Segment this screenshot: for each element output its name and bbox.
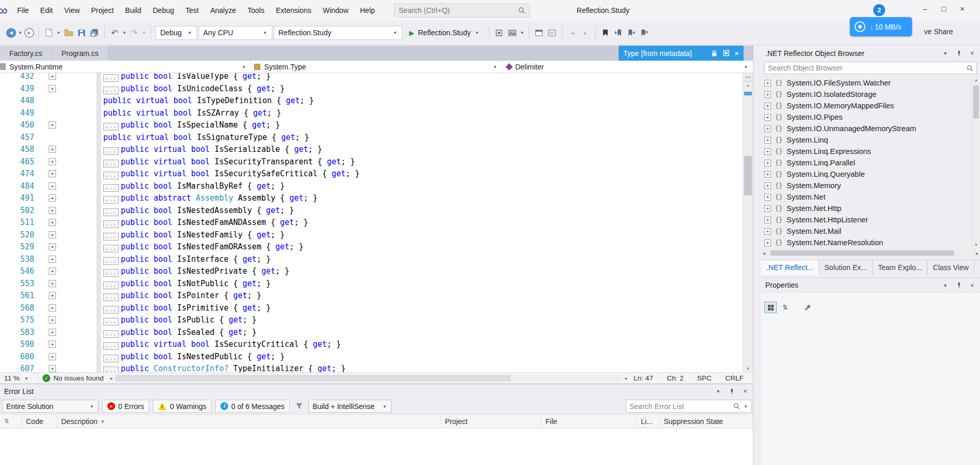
categorized-view-button[interactable] (764, 302, 777, 313)
fold-margin[interactable]: + (34, 241, 71, 253)
vertical-splitter[interactable] (753, 45, 761, 465)
scroll-up-icon[interactable]: ▴ (972, 76, 980, 83)
fold-margin[interactable]: + (34, 265, 71, 278)
fold-expand-icon[interactable]: + (49, 121, 56, 129)
collapsed-comment-box[interactable]: ... (103, 147, 119, 155)
expand-icon[interactable]: + (764, 160, 771, 166)
line-indicator[interactable]: Ln: 47 (634, 374, 653, 382)
tree-horizontal-scrollbar[interactable]: ◂ ▸ (761, 249, 980, 257)
indentation-indicator[interactable]: SPC (697, 374, 712, 382)
tree-item-system-net-mail[interactable]: +{}System.Net.Mail (761, 226, 980, 237)
code-text[interactable]: ...public bool IsNestedPrivate { get; } (103, 265, 289, 278)
object-browser-title-bar[interactable]: .NET Reflector Object Browser ▾ × (761, 45, 980, 61)
tree-item-system-net-nameresolution[interactable]: +{}System.Net.NameResolution (761, 237, 980, 248)
warnings-filter-button[interactable]: ! 0 Warnings (153, 400, 212, 413)
tree-item-system-io-pipes[interactable]: +{}System.IO.Pipes (761, 111, 980, 123)
error-list-body[interactable] (0, 428, 753, 465)
solution-platform-dropdown[interactable]: Any CPU ▾ (199, 26, 272, 40)
fold-margin[interactable]: + (34, 217, 71, 229)
fold-margin[interactable]: + (34, 290, 71, 302)
fold-margin[interactable]: + (34, 73, 71, 83)
tree-item-system-linq-queryable[interactable]: +{}System.Linq.Queryable (761, 168, 980, 180)
tree-item-system-net-httplistener[interactable]: +{}System.Net.HttpListener (761, 214, 980, 226)
attach-to-process-icon[interactable] (494, 27, 505, 38)
close-panel-icon[interactable]: × (969, 49, 976, 57)
collapsed-comment-box[interactable]: ... (103, 367, 119, 372)
editor-vertical-scrollbar[interactable]: ▴ ▾ (743, 73, 753, 372)
collapsed-comment-box[interactable]: ... (103, 74, 119, 82)
previous-bookmark-icon[interactable] (613, 27, 624, 38)
tree-item-system-io-isolatedstorage[interactable]: +{}System.IO.IsolatedStorage (761, 89, 980, 100)
scroll-down-icon[interactable]: ▾ (743, 365, 753, 372)
expand-icon[interactable]: + (764, 217, 771, 223)
pin-icon[interactable] (955, 282, 962, 288)
tree-vertical-scrollbar[interactable]: ▴ ▾ (972, 76, 980, 248)
fold-expand-icon[interactable]: + (49, 85, 56, 92)
column-header-file[interactable]: File (541, 415, 637, 428)
minimize-button[interactable]: – (916, 0, 934, 17)
live-share-button[interactable]: ve Share (924, 27, 953, 36)
code-text[interactable]: ...public bool IsUnicodeClass { get; } (103, 83, 285, 95)
fold-margin[interactable]: + (34, 278, 71, 290)
tree-item-system-io-filesystem-watcher[interactable]: +{}System.IO.FileSystem.Watcher (761, 77, 980, 89)
open-file-icon[interactable] (63, 27, 74, 38)
screenshot-caret-icon[interactable]: ▾ (520, 30, 525, 35)
undo-caret-icon[interactable]: ▾ (122, 30, 127, 35)
menu-edit[interactable]: Edit (35, 0, 59, 21)
expand-icon[interactable]: + (764, 148, 771, 155)
error-list-title-bar[interactable]: Error List ▾ × (0, 384, 753, 398)
window-position-icon[interactable]: ▾ (942, 50, 949, 56)
column-header-code[interactable]: Code (22, 415, 57, 428)
fold-margin[interactable]: + (34, 314, 71, 327)
alphabetical-view-button[interactable]: ⇅ (779, 302, 791, 313)
collapsed-comment-box[interactable]: ... (103, 87, 119, 94)
expand-icon[interactable]: + (764, 80, 771, 87)
fold-expand-icon[interactable]: + (49, 158, 56, 165)
scroll-up-icon[interactable]: ▴ (743, 81, 753, 89)
fold-expand-icon[interactable]: + (49, 353, 56, 360)
column-header-suppression-state[interactable]: Suppression State (660, 415, 753, 428)
bookmark-icon[interactable] (600, 27, 611, 38)
code-text[interactable]: ...public bool IsSpecialName { get; } (103, 119, 280, 132)
fold-margin[interactable]: + (34, 119, 71, 132)
collapsed-comment-box[interactable]: ... (103, 220, 119, 228)
fold-margin[interactable]: + (34, 205, 71, 217)
property-pages-button[interactable] (801, 302, 813, 313)
fold-expand-icon[interactable]: + (49, 365, 56, 372)
close-button[interactable]: × (953, 0, 972, 17)
panel-tab-team-explo[interactable]: Team Explo... (873, 260, 928, 275)
collapsed-comment-box[interactable]: ... (103, 245, 119, 252)
code-text[interactable]: ...public bool IsNestedFamORAssem { get;… (103, 241, 303, 253)
code-text[interactable]: ...public abstract Assembly Assembly { g… (103, 192, 317, 205)
code-text[interactable]: ...public bool IsValueType { get; } (103, 73, 271, 83)
fold-expand-icon[interactable]: + (49, 207, 56, 214)
scrollbar-splitter-grip[interactable] (743, 73, 753, 81)
window-position-icon[interactable]: ▾ (942, 283, 949, 288)
collapsed-comment-box[interactable]: ... (103, 123, 119, 131)
tree-item-system-net-http[interactable]: +{}System.Net.Http (761, 203, 980, 214)
code-text[interactable]: ...public bool IsPointer { get; } (103, 290, 261, 302)
errors-filter-button[interactable]: × 0 Errors (102, 400, 149, 413)
severity-column-header[interactable]: ⇅ (0, 415, 22, 428)
error-list-search-box[interactable]: Search Error List ▾ (626, 400, 752, 413)
collapsed-comment-box[interactable]: ... (103, 355, 119, 362)
fold-expand-icon[interactable]: + (49, 182, 56, 190)
collapsed-comment-box[interactable]: ... (103, 233, 119, 241)
collapsed-comment-box[interactable]: ... (103, 257, 119, 265)
navigate-forward-icon[interactable]: ▶ (24, 28, 34, 38)
solution-configuration-dropdown[interactable]: Debug ▾ (156, 26, 197, 40)
tree-item-system-linq[interactable]: +{}System.Linq (761, 134, 980, 146)
fold-margin[interactable] (34, 132, 71, 144)
project-dropdown[interactable]: System.Runtime ▾ (0, 61, 251, 73)
expand-icon[interactable]: + (764, 171, 771, 178)
fold-margin[interactable]: + (34, 144, 71, 156)
collapsed-comment-box[interactable]: ... (103, 318, 119, 326)
collapsed-comment-box[interactable]: ... (103, 208, 119, 216)
fold-margin[interactable]: + (34, 302, 71, 315)
document-health-indicator[interactable]: ✓ No issues found (43, 374, 104, 382)
menu-project[interactable]: Project (86, 0, 120, 21)
keep-open-icon[interactable] (722, 49, 730, 57)
window-layout-icon[interactable] (534, 27, 545, 38)
line-ending-indicator[interactable]: CRLF (725, 374, 744, 382)
scrollbar-thumb[interactable] (115, 375, 511, 382)
